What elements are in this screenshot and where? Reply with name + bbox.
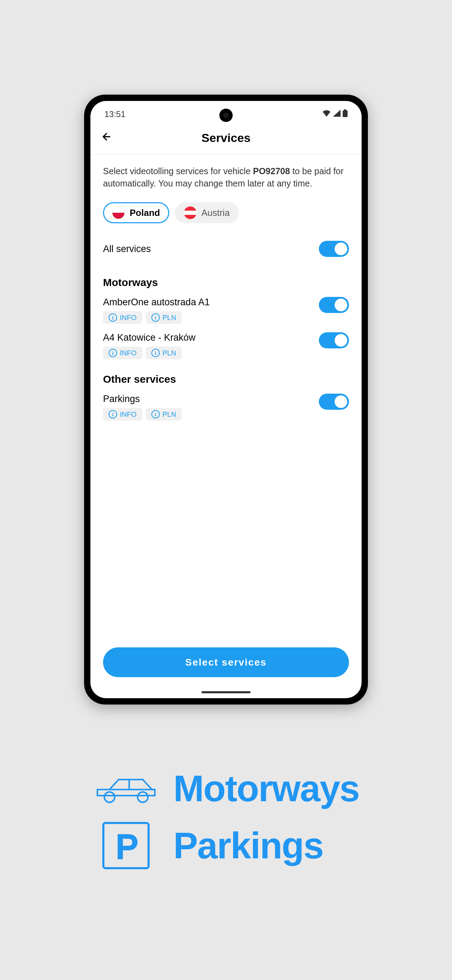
- info-icon: i: [151, 410, 160, 418]
- section-motorways-title: Motorways: [103, 277, 349, 288]
- service-toggle[interactable]: [319, 394, 349, 410]
- content-area: Select videotolling services for vehicle…: [91, 154, 361, 637]
- phone-camera: [220, 109, 232, 122]
- pln-chip[interactable]: i PLN: [146, 347, 182, 359]
- country-tab-austria[interactable]: Austria: [175, 202, 239, 223]
- pln-chip[interactable]: i PLN: [146, 311, 182, 324]
- flag-poland-icon: [112, 207, 125, 219]
- battery-icon: [343, 109, 348, 119]
- all-services-toggle[interactable]: [319, 241, 349, 257]
- country-tabs: Poland Austria: [103, 202, 349, 223]
- info-chip[interactable]: i INFO: [103, 311, 142, 324]
- svg-point-5: [138, 792, 148, 802]
- home-indicator[interactable]: [202, 691, 250, 693]
- svg-rect-1: [343, 110, 348, 117]
- status-icons: [322, 109, 348, 119]
- promo-row-parkings: P Parkings: [93, 820, 359, 871]
- flag-austria-icon: [184, 207, 197, 219]
- service-name: A4 Katowice - Kraków: [103, 332, 196, 343]
- pln-chip[interactable]: i PLN: [146, 408, 182, 421]
- info-icon: i: [151, 313, 160, 322]
- all-services-label: All services: [103, 243, 151, 255]
- svg-rect-0: [344, 109, 346, 110]
- service-name: Parkings: [103, 394, 182, 404]
- country-tab-label: Poland: [130, 207, 160, 218]
- info-icon: i: [108, 313, 117, 322]
- select-services-button[interactable]: Select services: [103, 648, 349, 677]
- promo-motorways-text: Motorways: [173, 768, 359, 810]
- svg-text:P: P: [116, 828, 138, 865]
- parking-icon: P: [93, 820, 159, 871]
- service-name: AmberOne autostrada A1: [103, 297, 210, 308]
- service-item: A4 Katowice - Kraków i INFO i PLN: [103, 332, 349, 359]
- phone-screen: 13:51 Services Sel: [91, 101, 361, 698]
- back-button[interactable]: [101, 131, 112, 145]
- phone-frame: 13:51 Services Sel: [84, 95, 368, 705]
- country-tab-label: Austria: [202, 207, 230, 218]
- app-header: Services: [91, 123, 361, 154]
- intro-text: Select videotolling services for vehicle…: [103, 165, 349, 189]
- promo-parkings-text: Parkings: [173, 825, 323, 867]
- promo-row-motorways: Motorways: [93, 768, 359, 810]
- service-toggle[interactable]: [319, 332, 349, 348]
- country-tab-poland[interactable]: Poland: [103, 202, 169, 223]
- vehicle-id: PO92708: [253, 166, 290, 176]
- status-time: 13:51: [104, 109, 126, 119]
- promo-section: Motorways P Parkings: [93, 768, 359, 871]
- section-other-title: Other services: [103, 373, 349, 385]
- info-chip[interactable]: i INFO: [103, 408, 142, 421]
- service-item: Parkings i INFO i PLN: [103, 394, 349, 421]
- info-icon: i: [151, 349, 160, 357]
- footer: Select services: [91, 637, 361, 691]
- car-icon: [93, 770, 159, 807]
- signal-icon: [333, 110, 341, 119]
- info-icon: i: [108, 349, 117, 357]
- all-services-row: All services: [103, 241, 349, 257]
- service-toggle[interactable]: [319, 297, 349, 313]
- service-item: AmberOne autostrada A1 i INFO i PLN: [103, 297, 349, 324]
- svg-point-4: [104, 792, 115, 802]
- info-icon: i: [108, 410, 117, 418]
- wifi-icon: [322, 110, 331, 119]
- info-chip[interactable]: i INFO: [103, 347, 142, 359]
- page-title: Services: [202, 131, 250, 145]
